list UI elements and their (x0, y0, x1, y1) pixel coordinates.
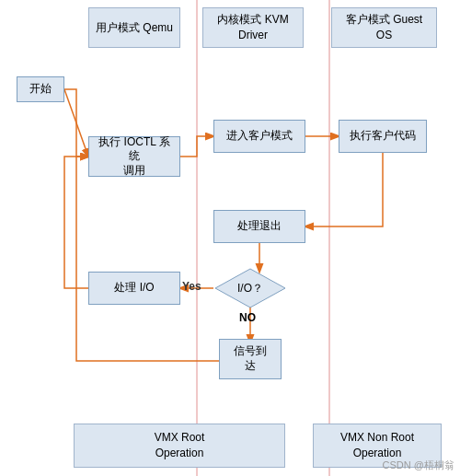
vmx-root-label: VMX RootOperation (74, 424, 285, 468)
diamond-svg: I/O？ (213, 267, 287, 309)
signal-box: 信号到达 (219, 339, 282, 379)
enter-guest-box: 进入客户模式 (213, 120, 305, 153)
handle-exit-box: 处理退出 (213, 210, 305, 243)
exec-guest-box: 执行客户代码 (339, 120, 427, 153)
col3-label: 客户模式 GuestOS (331, 7, 437, 48)
col2-label: 内核模式 KVMDriver (202, 7, 304, 48)
no-label: NO (239, 311, 256, 324)
diagram-container: 用户模式 Qemu 内核模式 KVMDriver 客户模式 GuestOS 开始… (0, 0, 460, 476)
col1-label: 用户模式 Qemu (88, 7, 180, 48)
ioctl-box: 执行 IOCTL 系统调用 (88, 136, 180, 177)
yes-label: Yes (182, 280, 201, 293)
start-box: 开始 (17, 76, 64, 102)
svg-text:I/O？: I/O？ (237, 282, 263, 295)
watermark: CSDN @梧桐翁 (383, 459, 454, 472)
io-question-diamond: I/O？ (213, 267, 287, 309)
handle-io-box: 处理 I/O (88, 272, 180, 305)
svg-line-2 (64, 89, 88, 157)
